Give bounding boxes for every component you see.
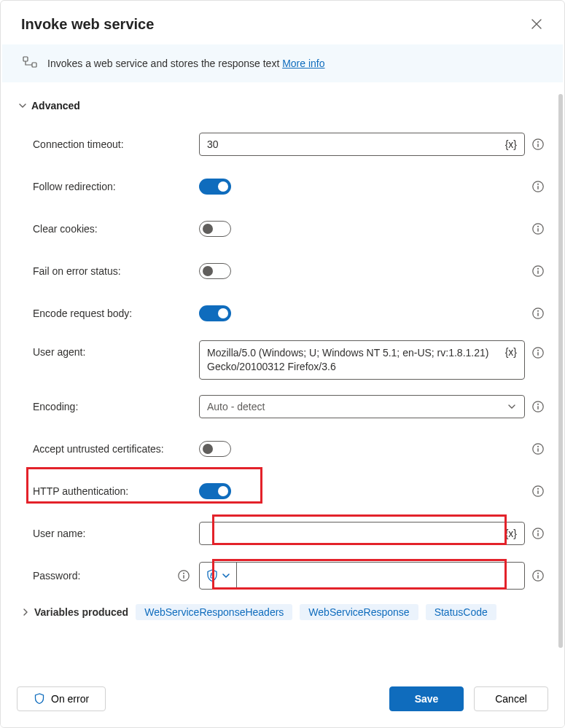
svg-point-21: [537, 404, 539, 405]
variable-picker-icon[interactable]: {x}: [505, 528, 517, 539]
svg-point-24: [537, 446, 539, 447]
lock-icon: [206, 569, 219, 582]
password-input[interactable]: [199, 562, 525, 590]
password-label: Password:: [18, 569, 199, 582]
svg-rect-31: [537, 533, 538, 536]
encode-request-body-label: Encode request body:: [18, 308, 199, 319]
encoding-label: Encoding:: [18, 401, 199, 412]
connection-timeout-input[interactable]: 30 {x}: [199, 133, 525, 156]
info-icon[interactable]: [531, 265, 545, 278]
accept-untrusted-label: Accept untrusted certificates:: [18, 443, 199, 455]
clear-cookies-label: Clear cookies:: [18, 223, 199, 235]
encoding-select[interactable]: Auto - detect: [199, 395, 525, 418]
chevron-down-icon: [18, 101, 27, 110]
variable-picker-icon[interactable]: {x}: [505, 346, 517, 358]
variable-picker-icon[interactable]: {x}: [505, 138, 517, 150]
info-icon[interactable]: [531, 307, 545, 320]
web-service-icon: [23, 56, 37, 71]
svg-point-9: [537, 226, 539, 227]
user-agent-label: User agent:: [18, 340, 199, 358]
svg-point-18: [537, 350, 539, 351]
password-value[interactable]: [237, 563, 524, 589]
save-button[interactable]: Save: [389, 686, 464, 711]
info-icon[interactable]: [531, 569, 545, 582]
password-mode-dropdown[interactable]: [200, 563, 237, 589]
on-error-button[interactable]: On error: [17, 686, 106, 711]
svg-point-30: [537, 531, 539, 532]
shield-icon: [34, 693, 45, 705]
svg-rect-22: [537, 406, 538, 410]
svg-point-3: [537, 141, 539, 143]
svg-rect-13: [537, 270, 538, 274]
variables-produced-toggle[interactable]: Variables produced: [21, 606, 128, 618]
svg-rect-7: [537, 186, 538, 189]
advanced-label: Advanced: [31, 100, 80, 111]
http-auth-toggle[interactable]: [199, 483, 231, 499]
fail-on-error-label: Fail on error status:: [18, 265, 199, 277]
svg-rect-1: [32, 63, 36, 67]
svg-rect-35: [211, 575, 214, 578]
username-label: User name:: [18, 528, 199, 539]
variable-chip[interactable]: WebServiceResponseHeaders: [136, 604, 292, 620]
variables-produced-label: Variables produced: [34, 606, 128, 618]
info-icon[interactable]: [531, 346, 545, 359]
info-icon[interactable]: [177, 569, 190, 582]
variable-chip[interactable]: StatusCode: [426, 604, 496, 620]
svg-rect-10: [537, 228, 538, 232]
svg-rect-19: [537, 352, 538, 356]
info-icon[interactable]: [531, 400, 545, 413]
close-button[interactable]: [526, 14, 547, 34]
svg-rect-16: [537, 313, 538, 316]
svg-rect-0: [23, 57, 28, 61]
connection-timeout-label: Connection timeout:: [18, 138, 199, 150]
follow-redirection-label: Follow redirection:: [18, 181, 199, 192]
svg-point-37: [537, 573, 539, 574]
info-icon[interactable]: [531, 138, 545, 151]
user-agent-input[interactable]: Mozilla/5.0 (Windows; U; Windows NT 5.1;…: [199, 340, 525, 380]
svg-rect-38: [537, 575, 538, 579]
info-icon[interactable]: [531, 180, 545, 193]
svg-point-33: [183, 573, 184, 574]
svg-rect-25: [537, 448, 538, 452]
info-icon[interactable]: [531, 527, 545, 540]
dialog-title: Invoke web service: [21, 16, 154, 33]
info-banner: Invokes a web service and stores the res…: [2, 44, 563, 82]
chevron-down-icon: [507, 402, 517, 412]
svg-point-27: [537, 488, 539, 490]
clear-cookies-toggle[interactable]: [199, 221, 231, 237]
svg-rect-4: [537, 144, 538, 147]
svg-rect-28: [537, 490, 538, 494]
encode-request-body-toggle[interactable]: [199, 305, 231, 321]
info-icon[interactable]: [531, 485, 545, 498]
svg-point-15: [537, 310, 539, 312]
chevron-right-icon: [21, 608, 30, 617]
variable-chip[interactable]: WebServiceResponse: [300, 604, 418, 620]
follow-redirection-toggle[interactable]: [199, 179, 231, 195]
scrollbar[interactable]: [558, 94, 563, 648]
info-icon[interactable]: [531, 442, 545, 455]
advanced-section-toggle[interactable]: Advanced: [18, 100, 551, 111]
fail-on-error-toggle[interactable]: [199, 263, 231, 279]
svg-rect-34: [183, 575, 184, 579]
svg-point-12: [537, 268, 539, 270]
banner-text: Invokes a web service and stores the res…: [47, 58, 325, 69]
username-input[interactable]: {x}: [199, 522, 525, 545]
chevron-down-icon: [222, 571, 230, 580]
close-icon: [531, 19, 542, 29]
svg-point-6: [537, 184, 539, 185]
cancel-button[interactable]: Cancel: [474, 686, 548, 711]
http-auth-label: HTTP authentication:: [18, 485, 199, 497]
accept-untrusted-toggle[interactable]: [199, 441, 231, 457]
info-icon[interactable]: [531, 222, 545, 235]
more-info-link[interactable]: More info: [282, 58, 324, 69]
